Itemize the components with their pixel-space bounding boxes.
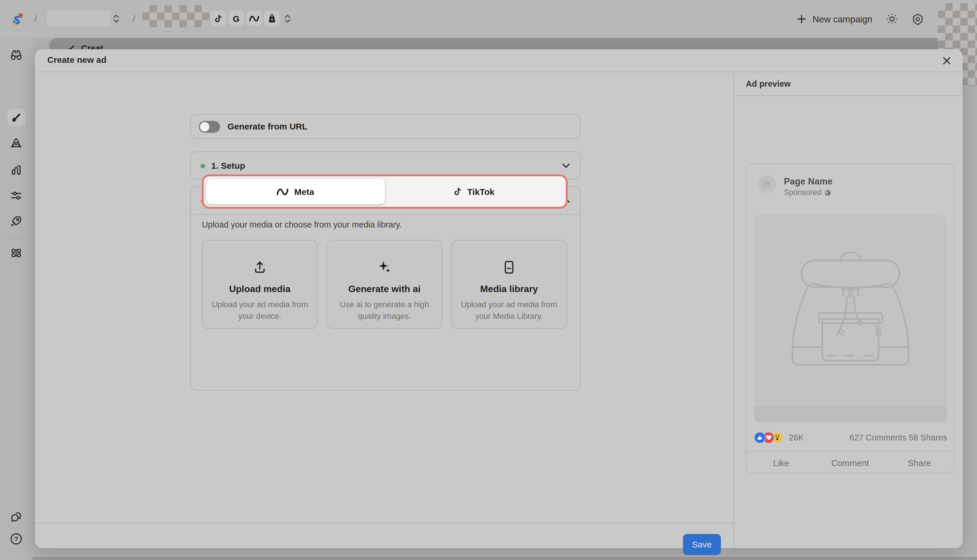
new-campaign-label: New campaign: [813, 14, 872, 24]
meta-platform-badge[interactable]: [246, 10, 262, 26]
page-name: Page Name: [784, 176, 832, 186]
sparkles-icon: [377, 259, 393, 275]
sidebar-item-boost[interactable]: [8, 212, 25, 230]
media-source-cards: Upload media Upload your ad media from y…: [202, 240, 568, 329]
upload-icon: [252, 259, 268, 275]
modal-body: Generate from URL 1. Setup 2. Creative: [35, 72, 734, 548]
generate-from-url-toggle[interactable]: [199, 120, 220, 132]
generate-from-url-section: Generate from URL: [190, 114, 581, 139]
engagement-row: 26K 627 Comments 58 Shares: [754, 432, 947, 443]
workspace-switcher-icon[interactable]: [113, 14, 120, 23]
globe-icon: [825, 189, 832, 196]
sidebar: ?: [0, 38, 32, 560]
media-library-description: Upload your ad media from your Media Lib…: [460, 299, 558, 322]
setup-status-dot: [201, 163, 205, 168]
generate-with-ai-description: Use ai to generate a high quality images…: [336, 299, 433, 322]
app-logo-icon[interactable]: [12, 13, 25, 26]
svg-text:?: ?: [14, 535, 18, 543]
breadcrumb-separator: /: [34, 13, 37, 23]
meta-icon: [277, 188, 289, 195]
sponsored-label: Sponsored: [784, 188, 822, 197]
modal-header: Create new ad: [35, 49, 963, 72]
sidebar-item-integrations[interactable]: [8, 244, 25, 262]
toggle-knob: [200, 122, 209, 131]
sidebar-divider: [6, 238, 26, 238]
ad-preview-header: Ad preview: [734, 72, 963, 96]
page-behind-header: Creat: [49, 38, 951, 50]
upload-media-title: Upload media: [229, 283, 291, 294]
like-reaction-icon: [754, 432, 766, 443]
ad-actions-row: Like Comment Share: [747, 451, 954, 474]
tiktok-platform-badge[interactable]: [211, 10, 226, 26]
plus-icon: [797, 14, 806, 23]
media-caption-strip: [754, 406, 947, 422]
reactions-count: 26K: [789, 433, 804, 442]
upload-media-card[interactable]: Upload media Upload your ad media from y…: [202, 240, 318, 329]
brand-name-redacted[interactable]: [142, 5, 209, 27]
shopify-platform-badge[interactable]: S: [264, 10, 280, 26]
atom-icon: [9, 245, 23, 260]
backpack-illustration: [783, 238, 918, 399]
save-button[interactable]: Save: [683, 534, 721, 555]
app-viewport: / / G S: [0, 0, 977, 560]
generate-with-ai-title: Generate with ai: [348, 283, 420, 294]
avatar-placeholder-icon: [763, 181, 770, 188]
sidebar-item-analytics[interactable]: [8, 162, 25, 179]
modal-footer-divider: [35, 523, 734, 523]
page-behind-title: Creat: [81, 43, 103, 50]
rocket-icon: [9, 214, 23, 229]
ad-preview-title: Ad preview: [746, 79, 790, 88]
tab-meta-label: Meta: [294, 187, 314, 197]
ad-media-placeholder: [754, 215, 947, 422]
ad-preview-card: Page Name Sponsored: [746, 163, 954, 473]
new-campaign-button[interactable]: New campaign: [797, 14, 872, 24]
bar-chart-icon: [9, 163, 23, 177]
shopify-icon: S: [268, 14, 276, 23]
platform-switcher-icon[interactable]: [284, 14, 291, 23]
tab-tiktok[interactable]: TikTok: [385, 179, 563, 205]
media-library-title: Media library: [480, 283, 538, 294]
sliders-icon: [9, 188, 23, 203]
comments-shares-count: 627 Comments 58 Shares: [849, 433, 947, 442]
close-icon[interactable]: [940, 54, 953, 67]
spaceship-icon: [9, 137, 23, 151]
sidebar-item-explore[interactable]: [8, 47, 25, 64]
sidebar-item-support-chat[interactable]: [8, 508, 25, 526]
page-bottom-edge: [0, 557, 977, 560]
chevron-down-icon: [562, 163, 570, 168]
create-new-ad-modal: Create new ad Generate from URL 1. Setup: [35, 49, 963, 548]
chat-bubbles-icon: [9, 510, 23, 525]
comment-button[interactable]: Comment: [815, 452, 885, 474]
google-icon: G: [233, 13, 240, 23]
tiktok-icon: [453, 187, 462, 196]
google-platform-badge[interactable]: G: [228, 10, 244, 26]
sidebar-item-help[interactable]: ?: [8, 530, 25, 548]
like-button[interactable]: Like: [747, 452, 816, 474]
page-avatar: [758, 175, 776, 193]
sidebar-item-launch[interactable]: [8, 135, 25, 153]
tab-tiktok-label: TikTok: [467, 187, 495, 197]
sponsored-row: Sponsored: [784, 188, 832, 197]
breadcrumb-separator-2: /: [133, 13, 135, 23]
setup-label: 1. Setup: [211, 161, 245, 171]
help-icon: ?: [9, 532, 23, 546]
generate-from-url-label: Generate from URL: [228, 122, 308, 132]
share-button[interactable]: Share: [885, 452, 954, 474]
sidebar-item-creative[interactable]: [8, 109, 25, 127]
theme-toggle-sun-icon[interactable]: [886, 13, 898, 25]
sidebar-item-settings-sliders[interactable]: [8, 187, 25, 204]
media-library-card[interactable]: Media library Upload your ad media from …: [451, 240, 567, 329]
meta-icon: [249, 15, 259, 21]
creative-brush-icon: [67, 43, 76, 50]
svg-text:S: S: [270, 17, 273, 22]
upload-hint: Upload your media or choose from your me…: [202, 220, 402, 229]
tab-meta[interactable]: Meta: [206, 179, 385, 205]
media-library-icon: [501, 259, 517, 275]
workspace-name-redacted[interactable]: [47, 10, 110, 26]
generate-with-ai-card[interactable]: Generate with ai Use ai to generate a hi…: [327, 240, 442, 329]
binoculars-icon: [9, 48, 23, 63]
ad-preview-panel: Ad preview Page Name Sponsored: [734, 72, 963, 548]
tiktok-icon: [214, 14, 223, 23]
paintbrush-icon: [9, 111, 23, 125]
settings-gear-icon[interactable]: [912, 13, 924, 25]
